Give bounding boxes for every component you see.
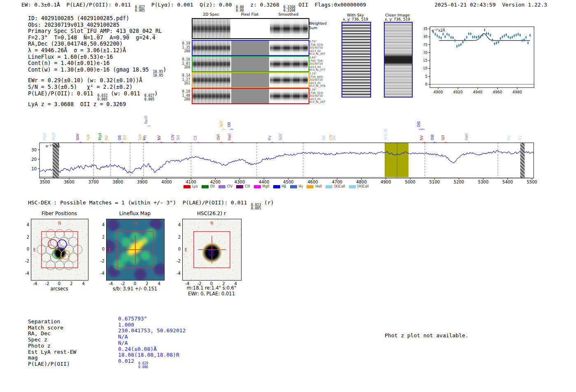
legend-item: MgII [254, 185, 269, 188]
legend-swatch [202, 185, 209, 188]
header-version: Version 1.22.3 [502, 2, 547, 8]
axis-tick-label: 2 [21, 235, 29, 239]
legend-label: Lyα [192, 185, 198, 188]
axis-tick-label: 2 [67, 281, 75, 286]
hsc-cutout-panel: NE [182, 219, 242, 281]
fiber-2dspec-image [193, 73, 230, 87]
legend-item: Hγ [290, 185, 303, 188]
svg-text:4920: 4920 [453, 90, 463, 94]
svg-text:{: { [125, 141, 129, 143]
svg-text:10: 10 [424, 66, 427, 70]
svg-text:OVI: OVI [216, 134, 221, 140]
svg-text:10: 10 [31, 167, 37, 171]
svg-text:OIII: OIII [417, 121, 421, 127]
svg-text:{: { [423, 141, 426, 143]
lineflux-caption: s/b: 3.91 +/- 0.151 [102, 286, 168, 292]
info-line: Primary Spec_Slot_IFU_AMP: 413_028_042_R… [28, 28, 166, 35]
svg-text:HeII: HeII [465, 133, 469, 140]
col-header-pixelflat: Pixel Flat [231, 12, 269, 16]
clean-image [384, 22, 413, 97]
fiber-2d-row [192, 88, 309, 104]
match-row-value: 0.675793" [118, 315, 186, 322]
legend-item: [K]CaII [325, 185, 345, 188]
axis-tick-label: -4 [21, 271, 29, 276]
svg-text:{: { [520, 141, 524, 143]
svg-text:{: { [89, 141, 93, 143]
svg-text:[K]CaII: [K]CaII [383, 129, 388, 140]
svg-text:OIII: OIII [430, 135, 434, 140]
svg-text:{: { [145, 141, 149, 143]
svg-text:25: 25 [424, 43, 427, 47]
svg-text:{: { [173, 141, 177, 143]
fiber-smoothed-image [270, 41, 308, 55]
info-line: LyA z = 3.0688 OII z = 0.3269 [28, 101, 166, 108]
legend-label: HeII [315, 185, 322, 188]
svg-text:5300: 5300 [478, 180, 488, 184]
match-row-value: N/A [118, 334, 186, 340]
axis-tick-label: 4 [21, 223, 29, 227]
svg-text:Lyα: Lyα [137, 134, 142, 140]
legend-label: Hβ [282, 185, 286, 188]
clean-image-title: Clean Image [382, 13, 413, 17]
svg-text:{: { [444, 141, 448, 143]
axis-tick-label: 0 [21, 247, 29, 251]
hsc-dex-summary: HSC-DEX : Possible Matches = 1 (within +… [28, 199, 274, 211]
match-row-value: 0.24(±0.08)Å [118, 346, 186, 352]
svg-text:N: N [134, 221, 137, 225]
svg-text:Hγ: Hγ [506, 136, 511, 140]
fiber-weight-value: 260 [180, 65, 190, 70]
match-row-label: Photo z [28, 343, 76, 349]
legend-item: [H]CaII [349, 185, 369, 188]
line-fit-zoom-plot: 0510152025303549004920494049604980e⁻¹⁷x2… [424, 19, 555, 99]
match-row-value: 18.08(18.08,18.08)R [118, 352, 186, 358]
svg-text:NV: NV [105, 135, 109, 140]
svg-text:{: { [196, 141, 200, 143]
svg-text:20: 20 [424, 51, 427, 55]
fiber-weight-value: 280 [180, 97, 190, 102]
svg-text:3800: 3800 [113, 180, 123, 184]
svg-text:NV: NV [420, 135, 424, 140]
svg-text:{: { [160, 141, 163, 143]
weighted-sum-smoothed-image [270, 19, 308, 38]
svg-text:E: E [109, 248, 111, 252]
fiber-weight-value: 0.10 [180, 90, 190, 94]
svg-text:Hη: Hη [142, 135, 146, 140]
svg-text:{: { [79, 141, 82, 143]
fiber-annotation-line: 413_RL_076 [309, 85, 327, 88]
svg-text:4800: 4800 [356, 180, 367, 184]
legend-swatch [183, 185, 190, 188]
photz-note: Phot z plot not available. [385, 332, 469, 339]
svg-text:NV: NV [157, 135, 161, 140]
axis-tick-label: 0 [55, 281, 63, 286]
match-row-label: P(LAE)/P(OII) [28, 361, 76, 367]
fiber-row-annotation: 0.83"(740, 704)20230719v013_03413_RL_077 [309, 56, 327, 72]
svg-text:{: { [270, 141, 274, 143]
svg-text:SiIV: SiIV [279, 134, 283, 140]
svg-text:5200: 5200 [454, 180, 464, 184]
match-row-label: Est LyA rest-EW [28, 349, 76, 355]
fiber-positions-image: NE [31, 219, 88, 280]
hsc-caption-1: m:18.1 re:1.4" s:0.6" [176, 285, 247, 291]
svg-text:{: { [335, 141, 339, 143]
svg-text:30: 30 [424, 35, 427, 39]
fiber-weight-value: 0.19 [180, 42, 190, 46]
elixer-report-page: EW: 0.3±0.1Å P(LAE)/P(OII): 0.011 0.0270… [0, 0, 576, 392]
axis-tick-label: 4 [79, 281, 88, 286]
match-row-value: 230.041753, 50.692012 [118, 327, 186, 334]
legend-item: Lyα [183, 185, 198, 188]
legend-item: OII [202, 185, 215, 188]
svg-text:SiII: SiII [123, 135, 127, 140]
svg-text:0: 0 [425, 82, 427, 86]
svg-text:Lyα: Lyα [86, 134, 90, 140]
match-row-label: Separation [28, 318, 76, 325]
header-datetime-version: 2025-01-21 02:43:59 Version 1.22.3 [434, 2, 547, 8]
lineflux-map-image: NE [107, 219, 164, 280]
axis-tick-label: 2 [96, 235, 105, 239]
fiber-positions-panel: NE [31, 219, 88, 281]
legend-item: CIII [236, 185, 250, 188]
match-row-value: N/A [118, 340, 186, 346]
legend-item: Hβ [273, 185, 286, 188]
svg-text:{: { [219, 141, 223, 143]
info-line: Cont(w) = 1.30(±0.00)e-16 (gmag 18.95 18… [28, 67, 166, 78]
svg-text:20: 20 [31, 157, 37, 162]
